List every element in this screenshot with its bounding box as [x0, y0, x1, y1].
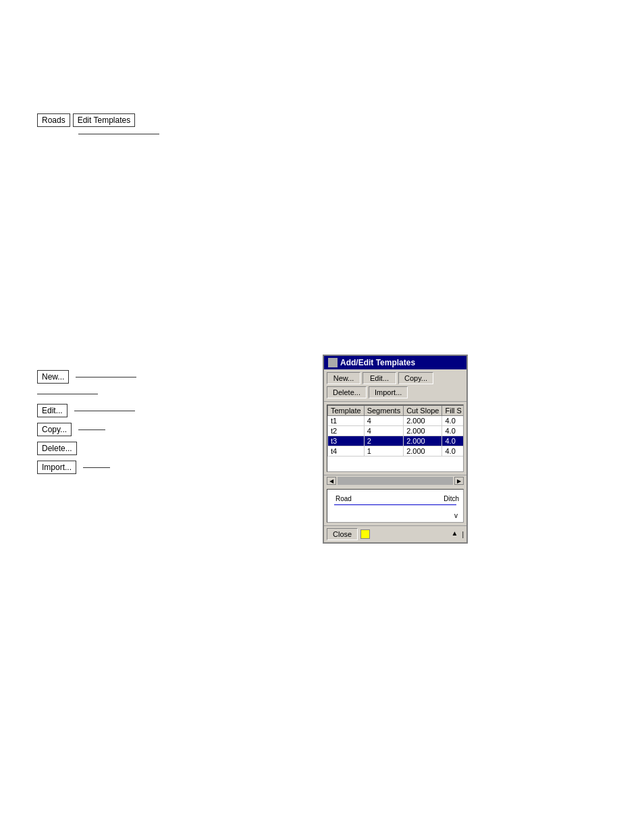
edit-row: Edit...: [37, 404, 136, 417]
dialog-import-button[interactable]: Import...: [369, 386, 408, 398]
dialog-new-button[interactable]: New...: [327, 372, 360, 384]
edit-button[interactable]: Edit...: [37, 404, 68, 417]
col-fill-s: Fill S: [442, 406, 464, 416]
templates-table: Template Segments Cut Slope Fill S t142.…: [327, 405, 464, 457]
left-panel: New... Edit... Copy... Delete... Import.…: [37, 370, 136, 479]
dialog-scrollbar[interactable]: ◀ ▶: [324, 475, 466, 486]
preview-v-label: v: [454, 512, 458, 519]
table-header: Template Segments Cut Slope Fill S: [328, 406, 464, 416]
col-segments: Segments: [364, 406, 404, 416]
dialog-table-area[interactable]: Template Segments Cut Slope Fill S t142.…: [327, 405, 464, 472]
copy-button[interactable]: Copy...: [37, 423, 72, 436]
preview-road-label: Road: [336, 495, 352, 502]
add-edit-templates-dialog: Add/Edit Templates New... Edit... Copy..…: [323, 355, 468, 544]
dialog-delete-button[interactable]: Delete...: [327, 386, 367, 398]
scroll-track[interactable]: [338, 477, 453, 485]
bottom-triangle-icon[interactable]: ▲: [450, 529, 459, 539]
col-cut-slope: Cut Slope: [404, 406, 442, 416]
delete-row: Delete...: [37, 442, 136, 455]
col-template: Template: [328, 406, 365, 416]
table-row[interactable]: t412.0004.0: [328, 446, 464, 457]
dialog-copy-button[interactable]: Copy...: [398, 372, 433, 384]
preview-ditch-label: Ditch: [444, 495, 459, 502]
table-body: t142.0004.0t242.0004.0t322.0004.0t412.00…: [328, 416, 464, 457]
import-button[interactable]: Import...: [37, 461, 76, 474]
dialog-bottom-bar: Close ▲ |: [324, 525, 466, 542]
dialog-toolbar: New... Edit... Copy... Delete... Import.…: [324, 369, 466, 402]
new-row: New...: [37, 370, 136, 384]
import-row: Import...: [37, 461, 136, 474]
extra-underline: [37, 394, 98, 394]
import-underline: [83, 467, 110, 468]
copy-row: Copy...: [37, 423, 136, 436]
new-button[interactable]: New...: [37, 370, 69, 384]
dialog-title-icon: [328, 358, 338, 367]
edit-underline: [74, 411, 135, 411]
bottom-yellow-icon[interactable]: [360, 529, 370, 539]
preview-road-line: [334, 504, 456, 505]
edit-templates-button[interactable]: Edit Templates: [73, 113, 136, 127]
table-row[interactable]: t322.0004.0: [328, 436, 464, 446]
scroll-right-arrow[interactable]: ▶: [454, 477, 464, 485]
new-underline: [76, 377, 136, 377]
table-row[interactable]: t242.0004.0: [328, 426, 464, 436]
bottom-scroll-indicator[interactable]: |: [462, 531, 464, 538]
dialog-title: Add/Edit Templates: [340, 358, 415, 367]
dialog-edit-button[interactable]: Edit...: [363, 372, 396, 384]
copy-underline: [78, 429, 105, 430]
table-row[interactable]: t142.0004.0: [328, 416, 464, 426]
delete-button[interactable]: Delete...: [37, 442, 77, 455]
breadcrumb-underline: [78, 134, 159, 134]
roads-button[interactable]: Roads: [37, 113, 70, 127]
dialog-close-button[interactable]: Close: [327, 528, 358, 540]
scroll-left-arrow[interactable]: ◀: [327, 477, 336, 485]
breadcrumb: Roads Edit Templates: [37, 113, 135, 127]
dialog-titlebar: Add/Edit Templates: [324, 356, 466, 369]
dialog-preview: Road Ditch v: [327, 489, 464, 523]
